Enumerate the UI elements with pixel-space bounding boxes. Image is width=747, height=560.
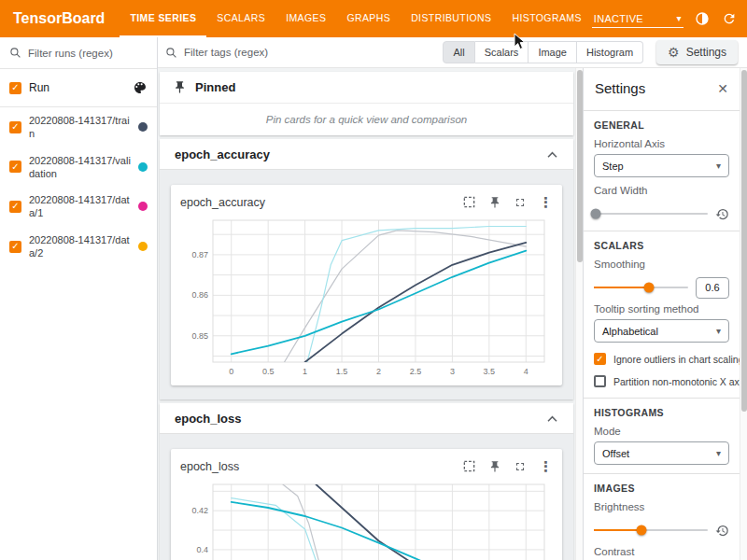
pin-icon [173, 80, 187, 94]
slider-thumb[interactable] [637, 525, 647, 536]
slider-thumb[interactable] [643, 283, 654, 293]
svg-text:0.4: 0.4 [196, 545, 208, 554]
status-value: INACTIVE [594, 13, 643, 24]
filter-scalars-button[interactable]: Scalars [475, 41, 529, 63]
svg-text:2.5: 2.5 [410, 367, 422, 376]
horizontal-axis-label: Horizontal Axis [594, 138, 729, 149]
tab-histograms[interactable]: HISTOGRAMS [501, 0, 591, 37]
reset-icon[interactable] [715, 207, 729, 221]
more-options-icon[interactable]: ⋮ [539, 194, 553, 211]
brightness-slider[interactable] [594, 529, 708, 531]
select-all-runs-checkbox[interactable]: ✓ [9, 82, 21, 94]
section-header[interactable]: epoch_accuracy [160, 139, 573, 169]
card-width-slider[interactable] [594, 213, 708, 215]
section-header[interactable]: epoch_loss [160, 403, 573, 433]
filter-image-button[interactable]: Image [529, 41, 577, 63]
contrast-label: Contrast [594, 546, 729, 557]
theme-toggle-icon[interactable] [694, 10, 711, 27]
smoothing-input[interactable] [696, 277, 729, 299]
topbar-actions: INACTIVE ▾ ⚙ ? [592, 0, 747, 37]
run-row[interactable]: ✓ 20220808-141317/train [0, 107, 157, 147]
runs-header-label: Run [29, 81, 49, 94]
svg-text:4: 4 [524, 367, 529, 376]
run-checkbox[interactable]: ✓ [9, 161, 21, 173]
tab-time-series[interactable]: TIME SERIES [120, 0, 206, 37]
settings-button[interactable]: ⚙ Settings [656, 40, 738, 64]
fit-domain-icon[interactable] [462, 195, 476, 209]
run-label: 20220808-141317/train [29, 114, 131, 141]
card-width-label: Card Width [594, 185, 729, 196]
filter-tags-input[interactable] [184, 47, 435, 58]
settings-button-label: Settings [686, 46, 726, 59]
palette-icon[interactable] [133, 80, 148, 95]
tab-images[interactable]: IMAGES [275, 0, 336, 37]
svg-text:0.5: 0.5 [262, 367, 275, 376]
collapse-chevron-icon[interactable] [546, 414, 558, 423]
filter-all-button[interactable]: All [443, 41, 474, 63]
run-checkbox[interactable]: ✓ [9, 201, 21, 213]
fit-domain-icon[interactable] [462, 459, 476, 473]
scrollbar-thumb[interactable] [741, 70, 747, 412]
run-row[interactable]: ✓ 20220808-141317/validation [0, 147, 157, 188]
epoch-loss-chart[interactable]: 00.511.522.533.540.360.380.40.42 [180, 479, 553, 560]
fullscreen-icon[interactable] [514, 196, 527, 209]
ignore-outliers-checkbox[interactable]: ✓ [594, 353, 606, 365]
svg-text:1: 1 [303, 367, 307, 376]
pinned-title: Pinned [195, 80, 235, 94]
smoothing-slider[interactable] [594, 287, 688, 288]
refresh-icon[interactable] [721, 10, 738, 27]
section-epoch-accuracy: epoch_accuracy epoch_accuracy [160, 139, 573, 399]
filter-tags-search[interactable] [165, 47, 435, 59]
search-icon [165, 47, 177, 59]
smoothing-label: Smoothing [594, 259, 729, 270]
svg-text:0.42: 0.42 [191, 506, 208, 515]
page-scrollbar[interactable] [740, 68, 747, 560]
ignore-outliers-label: Ignore outliers in chart scaling [613, 354, 740, 365]
gear-icon: ⚙ [668, 46, 680, 59]
chevron-down-icon: ▾ [716, 326, 721, 336]
partition-x-checkbox[interactable]: ✓ [594, 375, 606, 387]
epoch-accuracy-chart[interactable]: 00.511.522.533.540.850.860.87 [180, 215, 553, 382]
chart-card: epoch_loss ⋮ 00.511.522.533.540.360.380.… [171, 449, 562, 560]
runs-sidebar: ✓ Run ✓ 20220808-141317/train ✓ 20220808… [0, 37, 158, 560]
pin-icon[interactable] [488, 196, 501, 209]
main-scrollbar[interactable] [575, 68, 583, 560]
pin-icon[interactable] [488, 460, 501, 473]
section-epoch-loss: epoch_loss epoch_loss ⋮ [160, 403, 573, 560]
horizontal-axis-select[interactable]: Step ▾ [594, 154, 729, 177]
tab-graphs[interactable]: GRAPHS [336, 0, 401, 37]
scrollbar-thumb[interactable] [577, 70, 583, 262]
run-checkbox[interactable]: ✓ [9, 121, 21, 133]
filter-runs-search[interactable] [0, 37, 157, 69]
general-heading: GENERAL [594, 119, 729, 131]
histogram-mode-select[interactable]: Offset ▾ [594, 441, 729, 465]
run-label: 20220808-141317/data/2 [29, 233, 131, 260]
status-dropdown[interactable]: INACTIVE ▾ [592, 10, 684, 28]
run-color-dot [138, 162, 148, 172]
slider-thumb[interactable] [591, 209, 601, 219]
run-label: 20220808-141317/validation [29, 154, 131, 181]
collapse-chevron-icon[interactable] [546, 150, 558, 159]
fullscreen-icon[interactable] [514, 460, 527, 473]
tab-distributions[interactable]: DISTRIBUTIONS [401, 0, 501, 37]
tab-scalars[interactable]: SCALARS [206, 0, 275, 37]
section-title: epoch_accuracy [175, 147, 270, 161]
tooltip-sort-select[interactable]: Alphabetical ▾ [594, 319, 729, 343]
close-icon[interactable]: ✕ [717, 82, 728, 95]
tooltip-sort-value: Alphabetical [602, 326, 658, 337]
pinned-card: Pinned Pin cards for a quick view and co… [160, 72, 573, 135]
more-options-icon[interactable]: ⋮ [539, 458, 553, 475]
tag-toolbar: All Scalars Image Histogram ⚙ Settings [158, 37, 747, 68]
run-checkbox[interactable]: ✓ [9, 241, 21, 253]
chart-title: epoch_accuracy [180, 196, 265, 209]
run-row[interactable]: ✓ 20220808-141317/data/1 [0, 187, 157, 227]
run-row[interactable]: ✓ 20220808-141317/data/2 [0, 227, 157, 267]
search-icon [9, 47, 21, 59]
cards-area: Pinned Pin cards for a quick view and co… [158, 68, 575, 560]
chart-title: epoch_loss [180, 460, 239, 473]
filter-runs-input[interactable] [28, 48, 138, 59]
reset-icon[interactable] [715, 524, 729, 538]
run-color-dot [138, 242, 148, 251]
filter-histogram-button[interactable]: Histogram [577, 41, 643, 63]
svg-text:0.86: 0.86 [191, 290, 208, 300]
